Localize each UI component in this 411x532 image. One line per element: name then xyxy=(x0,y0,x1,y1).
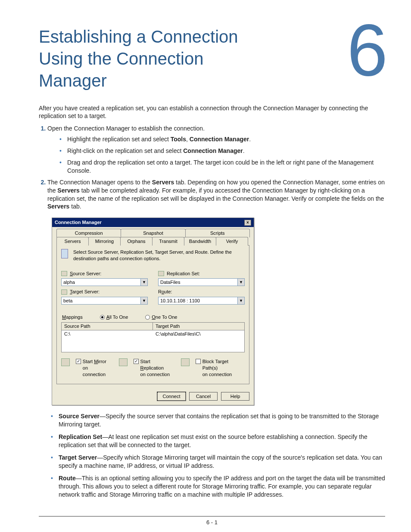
tab-mirroring[interactable]: Mirroring xyxy=(88,237,121,246)
route-input[interactable] xyxy=(159,297,237,304)
block-icon xyxy=(181,358,190,366)
step-2-text: The Connection Manager opens to the Serv… xyxy=(47,179,385,210)
chevron-down-icon[interactable]: ▼ xyxy=(237,297,244,304)
start-mirror-checkbox[interactable]: Start Mirror onconnection xyxy=(76,358,113,378)
replication-set-icon xyxy=(158,271,164,276)
tab-orphans[interactable]: Orphans xyxy=(120,237,153,246)
server-icon xyxy=(61,289,67,295)
tab-scripts[interactable]: Scripts xyxy=(185,229,250,237)
col-source-path: Source Path xyxy=(62,323,153,330)
help-button[interactable]: Help xyxy=(221,392,249,401)
route-label: Route: xyxy=(158,289,245,295)
connection-manager-dialog: Connection Manager × Compression Snapsho… xyxy=(52,218,254,405)
replication-set-input[interactable] xyxy=(159,279,237,286)
tab-servers[interactable]: Servers xyxy=(56,237,89,246)
table-row[interactable]: C:\ C:\alpha\DataFiles\C\ xyxy=(62,330,244,338)
tab-snapshot[interactable]: Snapshot xyxy=(121,229,185,237)
chevron-down-icon[interactable]: ▼ xyxy=(140,297,147,304)
connect-button[interactable]: Connect xyxy=(157,392,186,401)
target-server-combo[interactable]: ▼ xyxy=(61,297,148,305)
replication-icon xyxy=(119,358,128,366)
hint-text: Select Source Server, Replication Set, T… xyxy=(73,249,245,262)
dialog-title: Connection Manager xyxy=(55,219,102,226)
field-target-server: Target Server—Specify which Storage Mirr… xyxy=(59,454,385,470)
col-target-path: Target Path xyxy=(153,323,244,330)
cancel-button[interactable]: Cancel xyxy=(189,392,218,401)
step-1-sub-3: Drag and drop the replication set onto a… xyxy=(67,159,385,175)
replication-set-combo[interactable]: ▼ xyxy=(158,278,245,286)
route-combo[interactable]: ▼ xyxy=(158,297,245,305)
field-route: Route—This is an optional setting allowi… xyxy=(59,474,385,499)
cell-source-path: C:\ xyxy=(62,330,153,338)
step-2: The Connection Manager opens to the Serv… xyxy=(47,178,385,211)
target-server-input[interactable] xyxy=(62,297,140,304)
intro-paragraph: After you have created a replication set… xyxy=(39,104,385,121)
tab-compression[interactable]: Compression xyxy=(56,229,121,237)
step-1: Open the Connection Manager to establish… xyxy=(47,124,385,174)
tab-bandwidth[interactable]: Bandwidth xyxy=(184,237,216,246)
all-to-one-radio[interactable]: All To One xyxy=(100,314,128,320)
field-source-server: Source Server—Specify the source server … xyxy=(59,412,385,429)
start-replication-checkbox[interactable]: Start Replicationon connection xyxy=(134,358,175,378)
step-1-sub-1: Highlight the replication set and select… xyxy=(67,135,385,143)
step-1-sub-2: Right-click on the replication set and s… xyxy=(67,147,385,155)
source-server-combo[interactable]: ▼ xyxy=(61,278,148,286)
step-1-text: Open the Connection Manager to establish… xyxy=(47,125,205,132)
page-footer: 6 - 1 xyxy=(39,516,385,526)
chevron-down-icon[interactable]: ▼ xyxy=(237,279,244,286)
chevron-down-icon[interactable]: ▼ xyxy=(140,279,147,286)
replication-set-label: Replication Set: xyxy=(158,271,245,277)
target-server-label: Target Server: xyxy=(61,289,148,295)
mappings-label: Mappings xyxy=(62,314,83,320)
source-server-label: Source Server: xyxy=(61,271,148,277)
close-icon[interactable]: × xyxy=(244,220,251,226)
hint-icon xyxy=(61,249,68,258)
tab-transmit[interactable]: Transmit xyxy=(152,237,184,246)
cell-target-path: C:\alpha\DataFiles\C\ xyxy=(153,330,203,338)
chapter-number: 6 xyxy=(347,17,388,83)
block-target-checkbox[interactable]: Block Target Path(s)on connection xyxy=(196,358,245,378)
one-to-one-radio[interactable]: One To One xyxy=(145,314,177,320)
server-icon xyxy=(61,271,67,276)
field-replication-set: Replication Set—At least one replication… xyxy=(59,433,385,449)
tab-verify[interactable]: Verify xyxy=(216,237,248,246)
source-server-input[interactable] xyxy=(62,279,140,286)
mirror-icon xyxy=(61,358,70,366)
mappings-table[interactable]: Source Path Target Path C:\ C:\alpha\Dat… xyxy=(61,322,245,352)
page-title: Establishing a Connection Using the Conn… xyxy=(39,26,271,92)
